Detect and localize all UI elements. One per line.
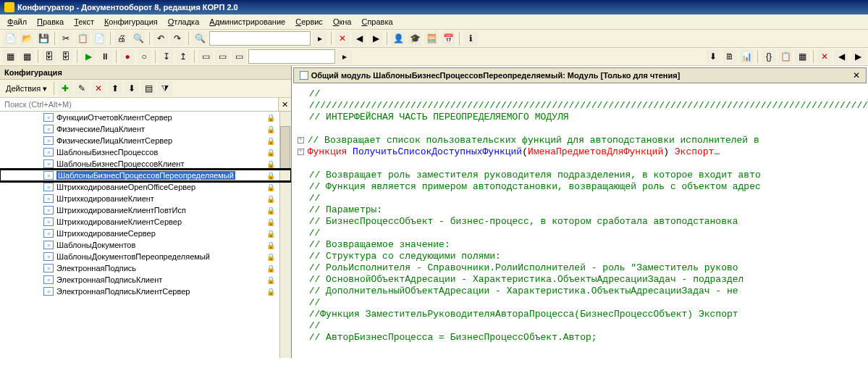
code-line[interactable]: // <box>295 320 868 331</box>
close-xy-icon[interactable]: ✕ <box>335 31 350 46</box>
config-tree[interactable]: ≡ФункцииОтчетовКлиентСервер🔒≡ФизическиеЛ… <box>0 112 291 358</box>
pause-icon[interactable]: ⏸ <box>98 49 112 64</box>
code-line[interactable]: ////////////////////////////////////////… <box>295 99 868 111</box>
tree-item[interactable]: ≡ШтрихкодированиеКлиент🔒 <box>0 193 291 204</box>
cfg-down-icon[interactable]: ⬇ <box>125 81 139 96</box>
code-line[interactable]: // Функция является примером автоподстан… <box>295 180 868 192</box>
code-line[interactable]: // БизнесПроцессОбъект - бизнес-процесс,… <box>295 215 868 227</box>
tb2-r4-icon[interactable]: {} <box>762 49 776 64</box>
fold-icon[interactable]: + <box>298 149 304 155</box>
bp2-icon[interactable]: ○ <box>137 49 151 64</box>
editor-tab-close-icon[interactable]: ✕ <box>853 70 860 80</box>
tree-item[interactable]: ≡ШаблоныДокументовПереопределяемый🔒 <box>0 251 291 262</box>
cfg-add-icon[interactable]: ✚ <box>58 81 72 96</box>
code-line[interactable]: +Функция ПолучитьСписокДоступныхФункций(… <box>295 146 868 157</box>
code-line[interactable]: // ИНТЕРФЕЙСНАЯ ЧАСТЬ ПЕРЕОПРЕДЕЛЯЕМОГО … <box>295 111 868 122</box>
menu-item[interactable]: Сервис <box>291 16 327 28</box>
tree-item[interactable]: ≡ШаблоныБизнесПроцессов🔒 <box>0 146 291 158</box>
code-line[interactable]: // <box>295 227 868 238</box>
open-icon[interactable]: 📂 <box>20 31 34 46</box>
menu-item[interactable]: Правка <box>33 16 68 28</box>
redo-icon[interactable]: ↷ <box>170 31 185 46</box>
wnd-icon[interactable]: ▭ <box>198 49 213 64</box>
copy-icon[interactable]: 📋 <box>75 31 90 46</box>
search-icon[interactable]: 🔍 <box>193 31 207 46</box>
code-line[interactable]: // Возвращаемое значение: <box>295 238 868 250</box>
tree-item[interactable]: ≡ШаблоныБизнесПроцессовПереопределяемый🔒 <box>0 170 291 181</box>
save-icon[interactable]: 💾 <box>36 31 51 46</box>
debug-grad-icon[interactable]: 🎓 <box>408 31 422 46</box>
tb2-r5-icon[interactable]: 📋 <box>778 49 793 64</box>
cfg-edit-icon[interactable]: ✎ <box>75 81 89 96</box>
tb2-r1-icon[interactable]: ⬇ <box>706 49 720 64</box>
code-line[interactable]: // <box>295 192 868 204</box>
menu-item[interactable]: Администрирование <box>205 16 290 28</box>
tb2-r8-icon[interactable]: ▶ <box>851 49 865 64</box>
menu-item[interactable]: Отладка <box>164 16 204 28</box>
tb2-r2-icon[interactable]: 🗎 <box>722 49 737 64</box>
editor-tab[interactable]: Общий модуль ШаблоныБизнесПроцессовПерео… <box>293 67 867 83</box>
cfg-filter-icon[interactable]: ⧩ <box>158 81 172 96</box>
code-line[interactable]: // РольИсполнителя - Справочники.РолиИсп… <box>295 262 868 273</box>
print-icon[interactable]: 🖨 <box>114 31 129 46</box>
config-search-input[interactable] <box>0 98 278 111</box>
code-line[interactable]: // Параметры: <box>295 204 868 215</box>
menu-item[interactable]: Конфигурация <box>100 16 162 28</box>
tb2-r6-icon[interactable]: ▦ <box>795 49 809 64</box>
debug-cal-icon[interactable]: 📅 <box>441 31 455 46</box>
tree-item[interactable]: ≡ШтрихкодированиеСервер🔒 <box>0 228 291 239</box>
preview-icon[interactable]: 🔍 <box>131 31 146 46</box>
code-line[interactable]: // АвторБизнесПроцесса = БизнесПроцессОб… <box>295 331 868 343</box>
code-line[interactable] <box>295 157 868 169</box>
tree-item[interactable]: ≡ЭлектроннаяПодписьКлиентСервер🔒 <box>0 286 291 297</box>
menu-item[interactable]: Текст <box>69 16 98 28</box>
code-line[interactable]: //Функция ЗаместительРуководителяАвтораП… <box>295 308 868 320</box>
db2-icon[interactable]: 🗄 <box>59 49 73 64</box>
tree-item[interactable]: ≡ЭлектроннаяПодпись🔒 <box>0 262 291 274</box>
paste-icon[interactable]: 📄 <box>92 31 106 46</box>
run-icon[interactable]: ▶ <box>81 49 96 64</box>
tree-item[interactable]: ≡ФизическиеЛицаКлиентСервер🔒 <box>0 135 291 146</box>
nav-back-icon[interactable]: ◀ <box>352 31 366 46</box>
code-editor[interactable]: ////////////////////////////////////////… <box>292 85 868 358</box>
tb2-b-icon[interactable]: ▦ <box>20 49 34 64</box>
tb2-a-icon[interactable]: ▦ <box>3 49 17 64</box>
tree-item[interactable]: ≡ШаблоныБизнесПроцессовКлиент🔒 <box>0 158 291 170</box>
step-icon[interactable]: ↧ <box>159 49 174 64</box>
code-line[interactable]: // Структура со следующими полями: <box>295 250 868 262</box>
code-line[interactable] <box>295 122 868 134</box>
tb2-r3-icon[interactable]: 📊 <box>739 49 754 64</box>
cfg-up-icon[interactable]: ⬆ <box>108 81 122 96</box>
tb2-combo[interactable] <box>248 49 335 64</box>
tree-item[interactable]: ≡ШтрихкодированиеOpenOfficeСервер🔒 <box>0 181 291 193</box>
code-line[interactable]: // <box>295 88 868 99</box>
tb2-stop-icon[interactable]: ✕ <box>817 49 832 64</box>
wnd3-icon[interactable]: ▭ <box>232 49 246 64</box>
new-icon[interactable]: 📄 <box>3 31 17 46</box>
menu-item[interactable]: Окна <box>329 16 356 28</box>
db-icon[interactable]: 🗄 <box>42 49 56 64</box>
code-line[interactable]: // ОсновнойОбъектАдресации - Характерист… <box>295 273 868 285</box>
tree-item[interactable]: ≡ФизическиеЛицаКлиент🔒 <box>0 123 291 135</box>
tree-item[interactable]: ≡ФункцииОтчетовКлиентСервер🔒 <box>0 112 291 123</box>
debug-calc-icon[interactable]: 🧮 <box>424 31 439 46</box>
tree-item[interactable]: ≡ЭлектроннаяПодписьКлиент🔒 <box>0 274 291 286</box>
wnd2-icon[interactable]: ▭ <box>215 49 229 64</box>
search-combo[interactable] <box>209 31 311 46</box>
config-search-clear-icon[interactable]: ✕ <box>278 98 291 111</box>
tree-item[interactable]: ≡ШаблоныДокументов🔒 <box>0 239 291 251</box>
menu-bar[interactable]: ФайлПравкаТекстКонфигурацияОтладкаАдмини… <box>0 14 868 30</box>
code-line[interactable]: +// Возвращает список пользовательских ф… <box>295 134 868 146</box>
tree-item[interactable]: ≡ШтрихкодированиеКлиентПовтИсп🔒 <box>0 204 291 216</box>
code-line[interactable]: // <box>295 296 868 308</box>
tb2-r7-icon[interactable]: ◀ <box>834 49 848 64</box>
debug-user-icon[interactable]: 👤 <box>391 31 405 46</box>
nav-fwd-icon[interactable]: ▶ <box>368 31 383 46</box>
cfg-del-icon[interactable]: ✕ <box>91 81 106 96</box>
tb2-go-icon[interactable]: ▸ <box>337 49 352 64</box>
tree-item[interactable]: ≡ШтрихкодированиеКлиентСервер🔒 <box>0 216 291 228</box>
fold-icon[interactable]: + <box>298 137 304 144</box>
undo-icon[interactable]: ↶ <box>153 31 168 46</box>
menu-item[interactable]: Справка <box>357 16 397 28</box>
code-line[interactable]: // Возвращает роль заместителя руководит… <box>295 169 868 180</box>
